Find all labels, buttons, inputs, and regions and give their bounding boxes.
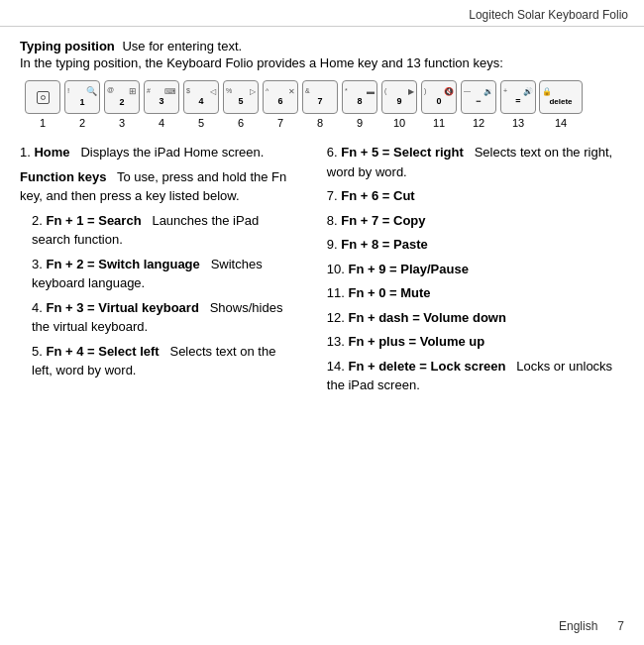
key-item-9: * ▬ 8 9 (341, 80, 378, 129)
col-right: 6. Fn + 5 = Select right Selects text on… (310, 143, 624, 400)
key-number-6: 6 (238, 117, 244, 129)
item-5-num: 5. (32, 344, 46, 359)
item-1-bold: Home (34, 145, 69, 160)
key-item-2: ! 🔍 1 2 (63, 80, 101, 129)
item-fn-plus: 13. Fn + plus = Volume up (315, 332, 624, 352)
item-14-num: 14. (327, 359, 349, 374)
key-item-13: + 🔊 = 13 (499, 80, 537, 129)
footer: English 7 (559, 619, 624, 633)
typing-position-line1: Typing position Use for entering text. (20, 39, 624, 54)
typing-position-section: Typing position Use for entering text. I… (20, 39, 624, 70)
item-fn-del: 14. Fn + delete = Lock screen Locks or u… (315, 357, 624, 395)
item-fn2: 3. Fn + 2 = Switch language Switches key… (20, 255, 300, 293)
item-9-bold: Fn + 8 = Paste (341, 237, 427, 252)
typing-position-line2: In the typing position, the Keyboard Fol… (20, 55, 624, 70)
item-5-bold: Fn + 4 = Select left (46, 344, 159, 359)
item-3-num: 3. (32, 257, 46, 271)
key-cap-9: * ▬ 8 (342, 80, 377, 114)
item-8-num: 8. (327, 213, 341, 228)
key-cap-4: # ⌨ 3 (144, 80, 179, 114)
instructions: 1. Home Displays the iPad Home screen. F… (20, 143, 624, 400)
item-13-num: 13. (327, 334, 349, 349)
key-cap-10: ( ▶ 9 (381, 80, 417, 114)
item-4-num: 4. (32, 300, 46, 315)
key-number-8: 8 (317, 117, 323, 129)
item-fn-dash: 12. Fn + dash = Volume down (315, 308, 624, 328)
col-left: 1. Home Displays the iPad Home screen. F… (20, 143, 310, 400)
item-3-bold: Fn + 2 = Switch language (46, 257, 199, 271)
key-row: 1 ! 🔍 1 2 @ ⊞ 2 3 (20, 80, 624, 129)
content: Typing position Use for entering text. I… (0, 27, 644, 440)
key-item-12: — 🔉 − 12 (460, 80, 497, 129)
key-cap-3: @ ⊞ 2 (104, 80, 140, 114)
function-keys-section: Function keys To use, press and hold the… (20, 167, 300, 206)
item-fn3: 4. Fn + 3 = Virtual keyboard Shows/hides… (20, 298, 300, 337)
key-number-7: 7 (277, 117, 283, 129)
key-number-3: 3 (119, 117, 125, 129)
key-number-1: 1 (40, 117, 46, 129)
item-10-bold: Fn + 9 = Play/Pause (348, 262, 468, 276)
footer-language: English (559, 619, 597, 633)
key-cap-5: $ ◁ 4 (183, 80, 219, 114)
function-keys-title: Function keys (20, 169, 106, 184)
item-7-num: 7. (327, 188, 341, 203)
key-item-7: ^ ✕ 6 7 (262, 80, 299, 129)
key-cap-6: % ▷ 5 (223, 80, 259, 114)
item-fn8: 9. Fn + 8 = Paste (315, 235, 624, 255)
item-2-num: 2. (32, 213, 46, 228)
key-cap-7: ^ ✕ 6 (263, 80, 298, 114)
item-14-bold: Fn + delete = Lock screen (348, 359, 505, 374)
key-number-10: 10 (393, 117, 405, 129)
key-item-3: @ ⊞ 2 3 (103, 80, 141, 129)
item-fn0: 11. Fn + 0 = Mute (315, 283, 624, 303)
item-12-num: 12. (327, 310, 349, 325)
footer-page: 7 (617, 619, 624, 633)
key-cap-1 (25, 80, 60, 114)
key-number-14: 14 (555, 117, 567, 129)
header-title: Logitech Solar Keyboard Folio (469, 8, 628, 22)
key-number-11: 11 (433, 117, 445, 129)
item-11-num: 11. (327, 285, 349, 300)
key-item-8: & 7 8 (301, 80, 339, 129)
key-number-4: 4 (159, 117, 164, 129)
item-1-desc: Displays the iPad Home screen. (70, 145, 265, 160)
item-fn6: 7. Fn + 6 = Cut (315, 186, 624, 206)
item-7-bold: Fn + 6 = Cut (341, 188, 414, 203)
item-fn7: 8. Fn + 7 = Copy (315, 211, 624, 231)
key-cap-2: ! 🔍 1 (64, 80, 100, 114)
item-fn4: 5. Fn + 4 = Select left Selects text on … (20, 342, 300, 380)
key-item-5: $ ◁ 4 5 (182, 80, 220, 129)
item-6-num: 6. (327, 145, 341, 160)
key-cap-14: 🔒 delete (539, 80, 583, 114)
item-11-bold: Fn + 0 = Mute (348, 285, 430, 300)
item-6-bold: Fn + 5 = Select right (341, 145, 464, 160)
key-item-10: ( ▶ 9 10 (380, 80, 418, 129)
typing-position-title: Typing position (20, 39, 115, 54)
key-item-11: ) 🔇 0 11 (420, 80, 458, 129)
item-home: 1. Home Displays the iPad Home screen. (20, 143, 300, 162)
item-8-bold: Fn + 7 = Copy (341, 213, 425, 228)
item-fn1: 2. Fn + 1 = Search Launches the iPad sea… (20, 211, 300, 250)
key-number-13: 13 (512, 117, 524, 129)
key-cap-11: ) 🔇 0 (421, 80, 457, 114)
key-cap-13: + 🔊 = (500, 80, 536, 114)
item-12-bold: Fn + dash = Volume down (348, 310, 505, 325)
item-9-num: 9. (327, 237, 341, 252)
item-4-bold: Fn + 3 = Virtual keyboard (46, 300, 198, 315)
key-item-1: 1 (24, 80, 61, 129)
key-item-4: # ⌨ 3 4 (143, 80, 180, 129)
key-number-12: 12 (473, 117, 484, 129)
key-item-6: % ▷ 5 6 (222, 80, 260, 129)
header: Logitech Solar Keyboard Folio (0, 0, 644, 27)
key-number-2: 2 (79, 117, 85, 129)
key-item-14: 🔒 delete 14 (539, 80, 583, 129)
key-cap-12: — 🔉 − (461, 80, 496, 114)
item-1-num: 1. (20, 145, 34, 160)
key-number-9: 9 (357, 117, 363, 129)
item-fn5: 6. Fn + 5 = Select right Selects text on… (315, 143, 624, 181)
item-2-bold: Fn + 1 = Search (46, 213, 141, 228)
item-10-num: 10. (327, 262, 349, 276)
item-fn9: 10. Fn + 9 = Play/Pause (315, 260, 624, 279)
key-cap-8: & 7 (302, 80, 338, 114)
key-number-5: 5 (198, 117, 204, 129)
